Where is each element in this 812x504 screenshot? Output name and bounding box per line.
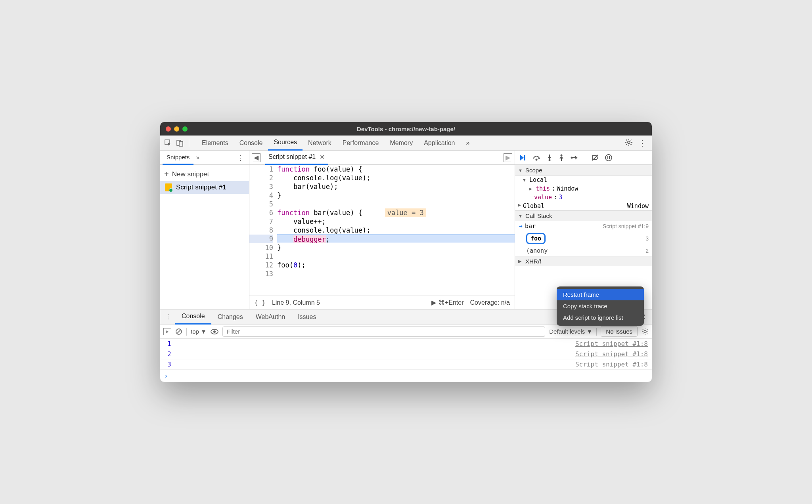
snippet-file-icon: [165, 183, 172, 191]
drawer-tab-issues[interactable]: Issues: [291, 309, 322, 325]
drawer-tab-webauthn[interactable]: WebAuthn: [249, 309, 291, 325]
editor-tabbar: ◀ Script snippet #1 ✕ ▶: [249, 151, 515, 165]
navigator-menu-icon[interactable]: ⋮: [235, 153, 247, 162]
traffic-lights: [166, 126, 188, 132]
scope-this[interactable]: ▶this: Window: [515, 184, 652, 193]
snippet-name: Script snippet #1: [176, 183, 226, 191]
tab-elements[interactable]: Elements: [196, 136, 234, 151]
execution-context[interactable]: top ▼: [191, 328, 207, 335]
tab-application[interactable]: Application: [418, 136, 460, 151]
device-toolbar-icon[interactable]: [174, 137, 186, 149]
svg-point-16: [213, 330, 216, 333]
settings-icon[interactable]: [625, 138, 633, 148]
stack-frame-bar[interactable]: ➔ bar Script snippet #1:9: [515, 221, 652, 231]
resume-icon[interactable]: [519, 154, 526, 161]
run-shortcut: ⌘+Enter: [439, 299, 464, 306]
step-over-icon[interactable]: [532, 155, 540, 161]
panel-tabs: Elements Console Sources Network Perform…: [196, 136, 624, 151]
svg-rect-11: [607, 156, 608, 159]
ctx-restart-frame[interactable]: Restart frame: [557, 289, 644, 300]
plus-icon: +: [164, 170, 169, 179]
pause-exceptions-icon[interactable]: [605, 154, 612, 161]
stack-frame-anonymous[interactable]: (anony 2: [515, 246, 652, 256]
tab-memory[interactable]: Memory: [384, 136, 418, 151]
svg-rect-12: [609, 156, 610, 159]
code-editor[interactable]: 12345678910111213 function foo(value) { …: [249, 165, 515, 296]
svg-line-14: [177, 330, 181, 334]
svg-point-6: [549, 159, 551, 161]
tab-network[interactable]: Network: [303, 136, 337, 151]
new-snippet-button[interactable]: + New snippet: [160, 167, 249, 181]
devtools-window: DevTools - chrome://new-tab-page/ Elemen…: [160, 122, 652, 382]
svg-point-8: [571, 157, 573, 158]
tab-console[interactable]: Console: [234, 136, 268, 151]
step-icon[interactable]: [571, 155, 578, 160]
cursor-position: Line 9, Column 5: [272, 299, 320, 306]
current-frame-icon: ➔: [519, 223, 523, 230]
console-prompt[interactable]: ›: [160, 370, 652, 382]
titlebar: DevTools - chrome://new-tab-page/: [160, 122, 652, 136]
deactivate-breakpoints-icon[interactable]: [592, 154, 599, 161]
ctx-add-ignore-list[interactable]: Add script to ignore list: [557, 312, 644, 323]
close-tab-icon[interactable]: ✕: [320, 153, 325, 161]
sources-panel: Snippets » ⋮ + New snippet Script snippe…: [160, 151, 652, 309]
inline-value-hint: value = 3: [385, 208, 426, 217]
navigator-more-icon[interactable]: »: [193, 154, 202, 161]
snippet-list-item[interactable]: Script snippet #1: [160, 181, 249, 194]
close-window-icon[interactable]: [166, 126, 171, 132]
callstack-section-header[interactable]: ▼Call Stack: [515, 210, 652, 221]
live-expression-icon[interactable]: [211, 329, 218, 334]
debugger-pane: ▼Scope ▼Local ▶this: Window value: 3 ▶Gl…: [515, 151, 652, 309]
editor-tab-active[interactable]: Script snippet #1 ✕: [265, 151, 328, 165]
run-snippet-icon[interactable]: ▶: [431, 299, 436, 306]
svg-point-17: [644, 330, 646, 333]
context-menu: Restart frame Copy stack trace Add scrip…: [557, 286, 644, 326]
console-log-row[interactable]: 1Script snippet #1:8: [160, 339, 652, 349]
navigator-tabs: Snippets » ⋮: [160, 151, 249, 165]
svg-point-7: [561, 154, 563, 156]
editor-pane: ◀ Script snippet #1 ✕ ▶ 1234567891011121…: [249, 151, 515, 309]
pretty-print-icon[interactable]: { }: [254, 299, 266, 306]
show-navigator-icon[interactable]: ◀: [252, 153, 260, 162]
drawer-tab-console[interactable]: Console: [175, 309, 211, 325]
stack-frame-foo[interactable]: foo 3: [515, 231, 652, 246]
svg-point-3: [628, 141, 630, 143]
navigator-tab-snippets[interactable]: Snippets: [163, 151, 193, 165]
log-source-link[interactable]: Script snippet #1:8: [575, 340, 648, 347]
drawer-menu-icon[interactable]: ⋮: [163, 313, 175, 321]
code-lines: function foo(value) { console.log(value)…: [277, 165, 515, 296]
console-settings-icon[interactable]: [642, 328, 649, 335]
editor-tab-label: Script snippet #1: [268, 153, 316, 160]
log-source-link[interactable]: Script snippet #1:8: [575, 361, 648, 368]
tab-performance[interactable]: Performance: [337, 136, 385, 151]
console-toolbar: ▶ top ▼ Default levels ▼ No Issues: [160, 325, 652, 339]
maximize-window-icon[interactable]: [182, 126, 188, 132]
clear-console-icon[interactable]: [175, 328, 182, 335]
drawer-tab-changes[interactable]: Changes: [211, 309, 249, 325]
console-log-row[interactable]: 3Script snippet #1:8: [160, 359, 652, 370]
xhr-section-header[interactable]: ▶XHR/f: [515, 256, 652, 266]
scope-value[interactable]: value: 3: [515, 193, 652, 202]
issues-button[interactable]: No Issues: [601, 326, 638, 337]
step-out-icon[interactable]: [559, 154, 564, 161]
scope-section-header[interactable]: ▼Scope: [515, 165, 652, 176]
console-filter-input[interactable]: [222, 326, 545, 337]
scope-local[interactable]: ▼Local: [515, 176, 652, 184]
inspect-element-icon[interactable]: [163, 137, 174, 149]
show-debugger-icon[interactable]: ▶: [504, 153, 512, 162]
more-menu-icon[interactable]: ⋮: [638, 138, 646, 148]
coverage-status: Coverage: n/a: [470, 299, 510, 306]
console-sidebar-icon[interactable]: ▶: [163, 328, 171, 335]
log-source-link[interactable]: Script snippet #1:8: [575, 350, 648, 358]
stack-frame-highlighted: foo: [526, 233, 546, 244]
console-log-row[interactable]: 2Script snippet #1:8: [160, 349, 652, 359]
main-toolbar: Elements Console Sources Network Perform…: [160, 136, 652, 151]
ctx-copy-stack-trace[interactable]: Copy stack trace: [557, 300, 644, 312]
step-into-icon[interactable]: [547, 154, 552, 161]
log-levels-dropdown[interactable]: Default levels ▼: [549, 328, 592, 335]
minimize-window-icon[interactable]: [174, 126, 179, 132]
tab-sources[interactable]: Sources: [268, 136, 303, 151]
more-tabs-icon[interactable]: »: [460, 136, 475, 151]
scope-global[interactable]: ▶GlobalWindow: [515, 202, 652, 210]
navigator-pane: Snippets » ⋮ + New snippet Script snippe…: [160, 151, 249, 309]
